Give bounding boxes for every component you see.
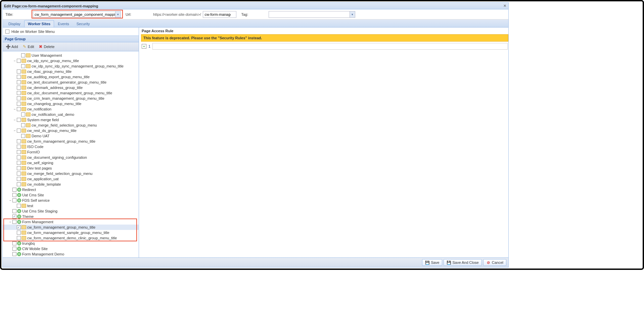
node-checkbox[interactable] bbox=[17, 172, 21, 176]
add-rule-icon[interactable]: + bbox=[142, 44, 146, 49]
tree-node[interactable]: cw_idp_sync_idp_sync_management_group_me… bbox=[3, 63, 139, 69]
node-checkbox[interactable] bbox=[17, 150, 21, 154]
tab-events[interactable]: Events bbox=[54, 20, 73, 27]
tree-node[interactable]: Dev test pages bbox=[3, 165, 139, 171]
tree-node[interactable]: cw_crm_team_management_group_menu_title bbox=[3, 96, 139, 101]
collapse-icon[interactable]: − bbox=[13, 59, 17, 63]
tree-node[interactable]: −cw_notification bbox=[3, 106, 139, 112]
node-checkbox[interactable] bbox=[17, 145, 21, 149]
node-checkbox[interactable] bbox=[12, 241, 16, 245]
tree-node[interactable]: −System merge field bbox=[3, 117, 139, 123]
node-checkbox[interactable] bbox=[17, 161, 21, 165]
delete-button[interactable]: ✖Delete bbox=[37, 43, 56, 50]
tree-node[interactable]: Uat Cms Site bbox=[3, 192, 139, 198]
tree-node[interactable]: cw_merge_field_selection_group_menu bbox=[3, 171, 139, 176]
url-input[interactable] bbox=[203, 11, 236, 18]
tree-node[interactable]: User Management bbox=[3, 53, 139, 58]
tree-node[interactable]: CW Mobile Site bbox=[3, 246, 139, 251]
node-checkbox[interactable] bbox=[21, 53, 25, 57]
tag-select[interactable] bbox=[269, 11, 355, 18]
tree-node[interactable]: −Form Management bbox=[3, 219, 139, 225]
node-checkbox[interactable] bbox=[17, 129, 21, 133]
tree-node[interactable]: cw_auditlog_export_group_menu_title bbox=[3, 74, 139, 80]
hide-checkbox[interactable] bbox=[5, 30, 9, 34]
tree-node[interactable]: cw_form_management_group_menu_title bbox=[3, 225, 139, 230]
node-checkbox[interactable] bbox=[17, 75, 21, 79]
node-checkbox[interactable] bbox=[17, 69, 21, 74]
node-checkbox[interactable] bbox=[17, 155, 21, 159]
node-checkbox[interactable] bbox=[12, 188, 16, 192]
tree-node[interactable]: cw_merge_field_selection_group_menu bbox=[3, 123, 139, 128]
node-checkbox[interactable] bbox=[17, 96, 21, 100]
node-checkbox[interactable] bbox=[17, 91, 21, 95]
node-checkbox[interactable] bbox=[17, 107, 21, 111]
node-checkbox[interactable] bbox=[17, 204, 21, 208]
node-checkbox[interactable] bbox=[21, 134, 25, 138]
tree-node[interactable]: cw_form_management_group_menu_title bbox=[3, 139, 139, 144]
tree-node[interactable]: Theme bbox=[3, 214, 139, 219]
tree-node[interactable]: cw_notification_uat_demo bbox=[3, 112, 139, 117]
node-checkbox[interactable] bbox=[17, 86, 21, 90]
collapse-icon[interactable]: − bbox=[8, 220, 12, 224]
node-checkbox[interactable] bbox=[21, 112, 25, 116]
node-checkbox[interactable] bbox=[17, 80, 21, 84]
tree-node[interactable]: −FDS Self service bbox=[3, 198, 139, 203]
node-checkbox[interactable] bbox=[17, 139, 21, 143]
node-checkbox[interactable] bbox=[17, 231, 21, 235]
node-checkbox[interactable] bbox=[17, 177, 21, 181]
tree-node[interactable]: test bbox=[3, 203, 139, 208]
node-checkbox[interactable] bbox=[17, 236, 21, 240]
tab-security[interactable]: Security bbox=[73, 20, 94, 27]
tree-node[interactable]: FormIO bbox=[3, 149, 139, 155]
tab-display[interactable]: Display bbox=[5, 20, 24, 27]
node-checkbox[interactable] bbox=[17, 102, 21, 106]
tree-node[interactable]: Form Management Demo bbox=[3, 251, 139, 257]
add-button[interactable]: ➕Add bbox=[4, 43, 20, 50]
collapse-icon[interactable]: − bbox=[8, 198, 12, 202]
tree-node[interactable]: cw_form_management_demo_clinic_group_men… bbox=[3, 235, 139, 241]
tree-node[interactable]: cw_document_signing_configuration bbox=[3, 155, 139, 160]
node-checkbox[interactable] bbox=[12, 209, 16, 213]
tree-node[interactable]: cw_doc_document_management_group_menu_ti… bbox=[3, 90, 139, 96]
cancel-button[interactable]: ⊘Cancel bbox=[483, 259, 506, 266]
node-checkbox[interactable] bbox=[17, 118, 21, 122]
node-checkbox[interactable] bbox=[21, 64, 25, 68]
tree[interactable]: User Management−cw_idp_sync_group_menu_t… bbox=[3, 51, 139, 257]
node-checkbox[interactable] bbox=[21, 123, 25, 127]
collapse-icon[interactable]: − bbox=[13, 107, 17, 111]
node-checkbox[interactable] bbox=[12, 220, 16, 224]
node-checkbox[interactable] bbox=[12, 252, 16, 256]
close-icon[interactable]: ✕ bbox=[502, 4, 507, 8]
tab-worker-sites[interactable]: Worker Sites bbox=[24, 20, 54, 27]
node-checkbox[interactable] bbox=[17, 182, 21, 186]
rule-condition[interactable] bbox=[152, 43, 508, 50]
tree-node[interactable]: cw_denmark_address_group_title bbox=[3, 85, 139, 90]
tree-node[interactable]: cw_mobile_template bbox=[3, 182, 139, 187]
tree-node[interactable]: ISO Code bbox=[3, 144, 139, 149]
tree-node[interactable]: −cw_rest_ds_group_menu_title bbox=[3, 128, 139, 133]
tree-node[interactable]: trungbq bbox=[3, 241, 139, 246]
title-dropdown-trigger[interactable]: ▾ bbox=[115, 11, 121, 17]
tag-dropdown-trigger[interactable]: ▾ bbox=[350, 11, 355, 17]
tree-node[interactable]: cw_self_signing bbox=[3, 160, 139, 165]
node-checkbox[interactable] bbox=[12, 193, 16, 197]
tree-node[interactable]: −cw_idp_sync_group_menu_title bbox=[3, 58, 139, 63]
tree-node[interactable]: Redirect bbox=[3, 187, 139, 192]
tree-node[interactable]: cw_application_uat bbox=[3, 176, 139, 182]
tree-node[interactable]: cw_rbac_group_menu_title bbox=[3, 69, 139, 74]
save-and-close-button[interactable]: 💾Save And Close bbox=[444, 259, 481, 266]
title-input[interactable] bbox=[33, 11, 121, 18]
tree-node[interactable]: Uat Cms Site Staging bbox=[3, 208, 139, 214]
edit-button[interactable]: ✎Edit bbox=[20, 43, 36, 50]
node-checkbox[interactable] bbox=[17, 225, 21, 229]
node-checkbox[interactable] bbox=[12, 214, 16, 219]
node-checkbox[interactable] bbox=[12, 247, 16, 251]
node-checkbox[interactable] bbox=[17, 166, 21, 170]
tree-node[interactable]: cw_text_document_generator_group_menu_ti… bbox=[3, 80, 139, 85]
collapse-icon[interactable]: − bbox=[13, 118, 17, 122]
tree-node[interactable]: cw_changelog_group_menu_title bbox=[3, 101, 139, 106]
save-button[interactable]: 💾Save bbox=[422, 259, 442, 266]
node-checkbox[interactable] bbox=[12, 198, 16, 202]
tree-node[interactable]: cw_form_management_sample_group_menu_tit… bbox=[3, 230, 139, 235]
collapse-icon[interactable]: − bbox=[13, 129, 17, 133]
